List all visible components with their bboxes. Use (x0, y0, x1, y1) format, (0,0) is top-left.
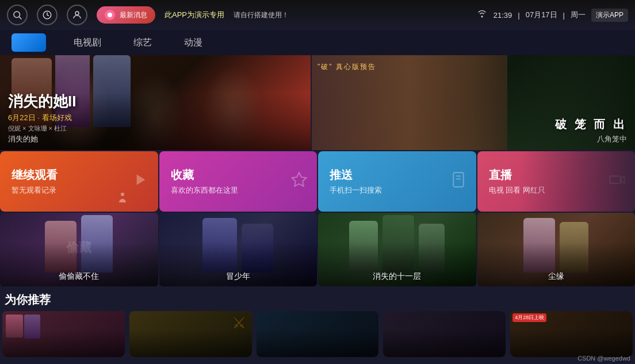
nav-logo[interactable] (12, 33, 46, 52)
rec-overlay-4 (383, 311, 506, 357)
status-time: 21:39 (494, 11, 512, 20)
nav-tab-tvdrama[interactable]: 电视剧 (69, 35, 106, 51)
drama-title-4: 尘缘 (477, 271, 636, 282)
svg-line-1 (19, 17, 21, 19)
rec-bg-3 (257, 311, 379, 357)
section-recommend-title: 为你推荐 (2, 286, 633, 311)
recommend-section: 为你推荐 ⚔ (0, 286, 635, 357)
action-push-title: 推送 (330, 167, 353, 183)
hero-right-overlay: 破 笼 而 出 八角笼中 (555, 117, 627, 144)
continue-person-icon (116, 191, 129, 207)
status-date: 07月17日 (526, 10, 557, 20)
status-separator: | (518, 11, 519, 20)
notification-app-note: 此APP为演示专用 (165, 10, 224, 20)
search-icon[interactable] (7, 5, 28, 25)
rec-bg-2: ⚔ (129, 311, 252, 357)
svg-marker-5 (136, 174, 145, 185)
rec-bg-4 (383, 311, 506, 357)
hero-right-title: 八角笼中 (555, 134, 627, 144)
action-push-sub: 手机扫一扫搜索 (330, 185, 382, 196)
rec-item-5[interactable]: 4月28日上映 (510, 311, 633, 357)
notification-pill[interactable]: 最新消息 (97, 6, 155, 24)
status-bar: 最新消息 此APP为演示专用 请自行搭建使用！ 21:39 | 07月17日 |… (0, 0, 635, 30)
collect-icon (290, 171, 308, 192)
svg-point-0 (14, 12, 20, 18)
hero-banner-right[interactable]: "破" 真心版预告 破 笼 而 出 八角笼中 (312, 55, 635, 150)
continue-icon (131, 170, 149, 193)
recommend-row: ⚔ 4月28日上映 (2, 311, 633, 357)
action-continue-btn[interactable]: 继续观看 暂无观看记录 (0, 151, 158, 212)
drama-thumbs-row: 偷藏 偷偷藏不住 冒少年 消失的十一层 (0, 213, 635, 286)
action-push-btn[interactable]: 推送 手机扫一扫搜索 (318, 151, 476, 212)
action-collect-btn[interactable]: 收藏 喜欢的东西都在这里 (159, 151, 317, 212)
watermark: CSDN @wegedwd (577, 355, 630, 362)
hero-right-subtitle: 破 笼 而 出 (555, 117, 627, 132)
svg-rect-8 (453, 173, 464, 187)
app-name-label: 演示APP (591, 9, 628, 22)
hero-left-text: 消失的她II 6月22日 · 看场好戏 倪妮 × 文咏珊 × 杜江 消失的她 (0, 87, 311, 150)
main-content: 消失的她II 6月22日 · 看场好戏 倪妮 × 文咏珊 × 杜江 消失的她 "… (0, 55, 635, 364)
hero-left-cast: 倪妮 × 文咏珊 × 杜江 (8, 124, 303, 133)
svg-point-4 (108, 13, 112, 17)
nav-tab-variety[interactable]: 综艺 (129, 35, 156, 51)
drama-thumb-4[interactable]: 尘缘 (477, 213, 636, 286)
push-icon (450, 171, 467, 192)
rec-bg-1 (2, 311, 125, 357)
rec-item-1[interactable] (2, 311, 125, 357)
action-continue-sub: 暂无观看记录 (12, 185, 56, 196)
nav-tab-anime[interactable]: 动漫 (179, 35, 207, 51)
action-live-title: 直播 (489, 167, 512, 183)
user-icon[interactable] (67, 5, 87, 25)
rec-figure-1 (6, 315, 23, 338)
hero-left-title: 消失的她II (8, 91, 303, 112)
hero-banner-left[interactable]: 消失的她II 6月22日 · 看场好戏 倪妮 × 文咏珊 × 杜江 消失的她 (0, 55, 311, 150)
drama-title-1: 偷偷藏不住 (0, 271, 158, 282)
notification-dot (105, 10, 115, 20)
status-separator2: | (563, 11, 565, 20)
rec-bg-5: 4月28日上映 (510, 311, 633, 357)
svg-point-6 (121, 193, 124, 196)
action-live-btn[interactable]: 直播 电视 回看 网红只 (477, 151, 636, 212)
rec-overlay-3 (257, 311, 379, 357)
status-left-icons: 最新消息 此APP为演示专用 请自行搭建使用！ (7, 5, 289, 25)
action-collect-title: 收藏 (171, 167, 194, 183)
svg-point-3 (75, 12, 79, 15)
rec-item-4[interactable] (383, 311, 506, 357)
svg-marker-7 (292, 173, 307, 186)
drama-thumb-2[interactable]: 冒少年 (159, 213, 317, 286)
rec-item-3[interactable] (257, 311, 379, 357)
drama-title-3: 消失的十一层 (318, 271, 476, 282)
drama-title-2: 冒少年 (159, 271, 317, 282)
rec-figure-2 (24, 315, 40, 339)
status-right: 21:39 | 07月17日 | 周一 演示APP (476, 9, 628, 22)
live-blur-overlay (520, 151, 635, 212)
rec-item-2[interactable]: ⚔ (129, 311, 252, 357)
wifi-icon (476, 9, 488, 21)
drama-thumb-1[interactable]: 偷藏 偷偷藏不住 (0, 213, 158, 286)
hero-left-drama-title: 消失的她 (8, 134, 303, 144)
history-icon[interactable] (37, 5, 58, 25)
rec-icon-2: ⚔ (232, 313, 246, 332)
nav-bar: 电视剧 综艺 动漫 (0, 30, 635, 55)
status-weekday: 周一 (571, 10, 586, 20)
hero-right-side-text: "破" 真心版预告 (317, 61, 376, 72)
notification-label: 最新消息 (120, 10, 147, 20)
rec-badge-5: 4月28日上映 (512, 313, 546, 322)
action-collect-sub: 喜欢的东西都在这里 (171, 185, 238, 196)
notification-user-note: 请自行搭建使用！ (234, 10, 289, 20)
hero-row: 消失的她II 6月22日 · 看场好戏 倪妮 × 文咏珊 × 杜江 消失的她 "… (0, 55, 635, 150)
action-continue-title: 继续观看 (12, 167, 58, 183)
hero-left-date: 6月22日 · 看场好戏 (8, 113, 303, 123)
action-row: 继续观看 暂无观看记录 收藏 喜欢的东西都在这里 (0, 151, 635, 212)
drama-thumb-3[interactable]: 消失的十一层 (318, 213, 476, 286)
